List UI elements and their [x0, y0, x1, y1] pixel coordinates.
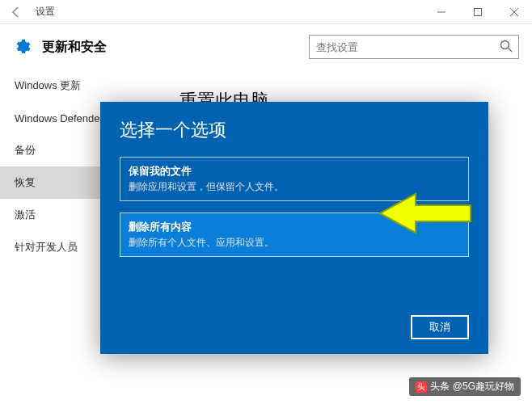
option-desc: 删除应用和设置，但保留个人文件。	[129, 180, 460, 194]
sidebar-item-windows-update[interactable]: Windows 更新	[0, 69, 154, 102]
option-keep-files[interactable]: 保留我的文件 删除应用和设置，但保留个人文件。	[120, 157, 469, 201]
window-titlebar: 设置	[0, 0, 532, 24]
watermark: 头 头条 @5G趣玩好物	[409, 377, 521, 396]
watermark-icon: 头	[416, 381, 427, 393]
cancel-button[interactable]: 取消	[411, 315, 469, 339]
page-title: 更新和安全	[42, 39, 107, 56]
gear-icon	[13, 38, 31, 56]
search-icon[interactable]	[500, 40, 514, 54]
option-remove-everything[interactable]: 删除所有内容 删除所有个人文件、应用和设置。	[120, 213, 469, 257]
window-title: 设置	[36, 5, 55, 19]
option-title: 删除所有内容	[129, 220, 460, 234]
watermark-text: @5G趣玩好物	[453, 380, 514, 393]
maximize-button[interactable]	[459, 0, 496, 24]
minimize-button[interactable]	[423, 0, 459, 24]
settings-header: 更新和安全	[0, 24, 532, 69]
back-button[interactable]	[6, 2, 26, 22]
option-desc: 删除所有个人文件、应用和设置。	[129, 236, 460, 250]
search-input[interactable]	[309, 35, 519, 59]
svg-point-1	[501, 41, 509, 49]
dialog-title: 选择一个选项	[120, 118, 469, 142]
watermark-prefix: 头条	[430, 380, 450, 393]
close-button[interactable]	[496, 0, 532, 24]
option-title: 保留我的文件	[129, 164, 460, 179]
svg-rect-0	[474, 8, 481, 15]
reset-dialog: 选择一个选项 保留我的文件 删除应用和设置，但保留个人文件。 删除所有内容 删除…	[100, 102, 488, 354]
